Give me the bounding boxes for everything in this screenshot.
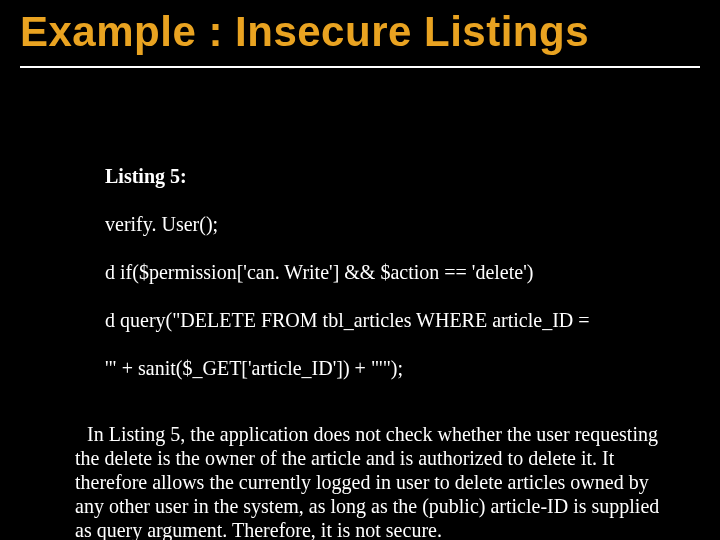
code-line-1: verify. User(); bbox=[105, 213, 218, 235]
code-listing: Listing 5: verify. User(); d if($permiss… bbox=[75, 140, 660, 404]
listing-label: Listing 5: bbox=[105, 165, 187, 187]
slide-title: Example : Insecure Listings bbox=[20, 8, 700, 68]
explanation-paragraph: In Listing 5, the application does not c… bbox=[75, 422, 660, 540]
code-line-3: d query("DELETE FROM tbl_articles WHERE … bbox=[105, 309, 590, 331]
code-line-2: d if($permission['can. Write'] && $actio… bbox=[105, 261, 533, 283]
slide: Example : Insecure Listings Listing 5: v… bbox=[0, 0, 720, 540]
slide-body: Listing 5: verify. User(); d if($permiss… bbox=[75, 140, 660, 540]
code-line-4: '" + sanit($_GET['article_ID']) + "'"); bbox=[105, 357, 403, 379]
